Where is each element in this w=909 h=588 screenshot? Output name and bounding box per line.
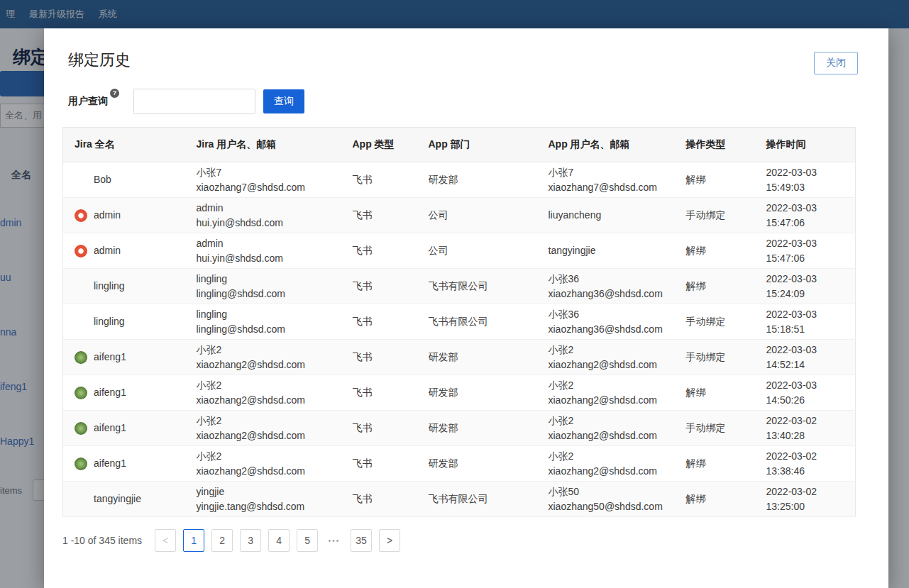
- operation-time: 14:50:26: [766, 393, 844, 408]
- app-username: 小张2: [549, 343, 663, 357]
- app-username: tangyingjie: [549, 243, 663, 258]
- next-page-button[interactable]: >: [379, 529, 400, 552]
- operation-type: 手动绑定: [686, 209, 726, 221]
- jira-username: lingling: [197, 272, 330, 287]
- operation-type: 解绑: [686, 457, 706, 469]
- prev-page-button[interactable]: <: [155, 529, 176, 552]
- jira-fullname: aifeng1: [94, 350, 126, 365]
- app-type: 飞书: [353, 457, 373, 469]
- history-table-body: Bob 小张7 xiaozhang7@shdsd.com 飞书 研发部 小张7 …: [63, 162, 856, 517]
- table-row: tangyingjie yingjie yingjie.tang@shdsd.c…: [63, 482, 856, 517]
- app-department: 飞书有限公司: [429, 280, 488, 292]
- operation-date: 2022-03-03: [766, 343, 844, 357]
- operation-time: 15:47:06: [766, 251, 844, 266]
- page-button-2[interactable]: 2: [211, 529, 233, 552]
- jira-email: lingling@shdsd.com: [197, 287, 330, 301]
- table-row: aifeng1 小张2 xiaozhang2@shdsd.com 飞书 研发部 …: [63, 446, 856, 482]
- page-button-35[interactable]: 35: [351, 529, 372, 552]
- search-button[interactable]: 查询: [263, 89, 304, 113]
- user-avatar: [75, 422, 87, 435]
- page-button-1[interactable]: 1: [183, 529, 204, 552]
- operation-type: 解绑: [686, 280, 706, 292]
- table-row: lingling lingling lingling@shdsd.com 飞书 …: [63, 269, 856, 304]
- jira-username: admin: [197, 201, 330, 216]
- app-department: 研发部: [429, 174, 458, 185]
- jira-fullname: aifeng1: [94, 421, 126, 436]
- app-email: xiaozhang2@shdsd.com: [549, 393, 663, 408]
- app-type: 飞书: [353, 351, 373, 362]
- page-button-3[interactable]: 3: [240, 529, 261, 552]
- user-search-input[interactable]: [133, 89, 255, 114]
- table-row: admin admin hui.yin@shdsd.com 飞书 公司 tang…: [63, 233, 856, 269]
- operation-date: 2022-03-03: [766, 378, 844, 393]
- table-row: lingling lingling lingling@shdsd.com 飞书 …: [63, 304, 856, 340]
- col-app-department: App 部门: [417, 128, 537, 162]
- table-row: admin admin hui.yin@shdsd.com 飞书 公司 liuy…: [63, 198, 856, 233]
- page-button-4[interactable]: 4: [268, 529, 290, 552]
- operation-time: 13:38:46: [766, 464, 844, 479]
- col-operation-time: 操作时间: [755, 128, 856, 162]
- jira-username: admin: [197, 236, 330, 251]
- table-row: aifeng1 小张2 xiaozhang2@shdsd.com 飞书 研发部 …: [63, 411, 856, 446]
- app-type: 飞书: [353, 280, 373, 292]
- pagination-ellipsis[interactable]: •••: [325, 537, 343, 545]
- app-username: 小张50: [549, 484, 663, 499]
- user-avatar: [75, 209, 87, 222]
- app-department: 研发部: [429, 457, 458, 469]
- pagination-pages: 12345: [183, 529, 318, 552]
- user-avatar: [75, 351, 87, 364]
- operation-date: 2022-03-03: [766, 307, 844, 322]
- user-search-row: 用户查询 ? 查询: [68, 89, 304, 114]
- pagination: 1 -10 of 345 items < 12345 ••• 35 >: [62, 529, 400, 552]
- close-button[interactable]: 关闭: [814, 52, 858, 74]
- app-username: 小张2: [549, 414, 663, 428]
- operation-type: 解绑: [686, 245, 706, 256]
- app-email: xiaozhang2@shdsd.com: [549, 464, 663, 479]
- jira-email: xiaozhang2@shdsd.com: [197, 464, 330, 479]
- app-email: xiaozhang2@shdsd.com: [549, 428, 663, 443]
- operation-type: 解绑: [686, 174, 706, 185]
- operation-time: 15:18:51: [766, 322, 844, 337]
- app-email: xiaozhang50@shdsd.com: [549, 499, 663, 514]
- jira-fullname: aifeng1: [94, 385, 126, 400]
- app-department: 飞书有限公司: [429, 316, 488, 327]
- jira-username: 小张7: [197, 165, 330, 180]
- app-type: 飞书: [353, 493, 373, 504]
- pagination-summary: 1 -10 of 345 items: [62, 535, 142, 546]
- jira-username: 小张2: [197, 343, 330, 357]
- app-department: 研发部: [429, 351, 458, 362]
- jira-email: xiaozhang2@shdsd.com: [197, 428, 330, 443]
- jira-username: 小张2: [197, 414, 330, 428]
- col-app-type: App 类型: [341, 128, 417, 162]
- app-type: 飞书: [353, 422, 373, 433]
- app-type: 飞书: [353, 316, 373, 327]
- col-operation-type: 操作类型: [675, 128, 755, 162]
- jira-username: yingjie: [197, 484, 330, 499]
- user-avatar: [75, 245, 87, 257]
- app-username: liuyancheng: [549, 208, 663, 223]
- operation-time: 14:52:14: [766, 357, 844, 372]
- operation-type: 手动绑定: [686, 422, 726, 433]
- operation-type: 手动绑定: [686, 351, 726, 362]
- jira-fullname: admin: [94, 208, 121, 223]
- help-icon[interactable]: ?: [110, 89, 119, 98]
- app-username: 小张2: [549, 449, 663, 464]
- page-button-5[interactable]: 5: [297, 529, 318, 552]
- col-jira-user-email: Jira 用户名、邮箱: [185, 128, 341, 162]
- app-department: 公司: [429, 209, 448, 221]
- operation-date: 2022-03-02: [766, 414, 844, 428]
- col-app-user-email: App 用户名、邮箱: [537, 128, 675, 162]
- operation-date: 2022-03-02: [766, 484, 844, 499]
- jira-fullname: admin: [94, 243, 121, 258]
- jira-username: 小张2: [197, 449, 330, 464]
- app-email: xiaozhang36@shdsd.com: [549, 322, 663, 337]
- app-type: 飞书: [353, 387, 373, 398]
- operation-type: 手动绑定: [686, 316, 726, 327]
- operation-date: 2022-03-03: [766, 272, 844, 287]
- app-type: 飞书: [353, 209, 373, 221]
- operation-date: 2022-03-03: [766, 236, 844, 251]
- operation-time: 15:47:06: [766, 216, 844, 231]
- jira-email: hui.yin@shdsd.com: [197, 216, 330, 231]
- app-type: 飞书: [353, 174, 373, 185]
- app-department: 公司: [429, 245, 448, 256]
